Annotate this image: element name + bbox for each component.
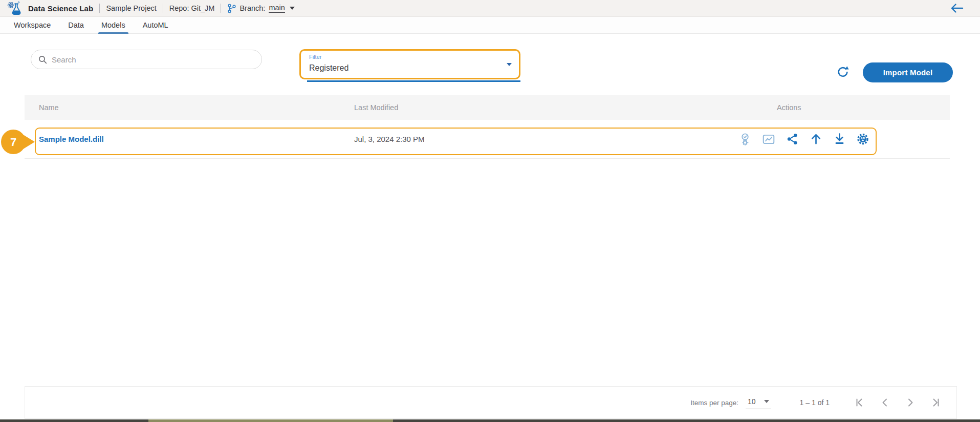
project-name: Sample Project — [106, 4, 156, 12]
table-row: Sample Model.dill Jul, 3, 2024 2:30 PM — [25, 120, 950, 159]
svg-text:API: API — [861, 137, 865, 140]
header-divider — [99, 4, 100, 13]
download-icon[interactable] — [833, 133, 846, 146]
tab-workspace[interactable]: Workspace — [14, 17, 51, 34]
deploy-api-icon[interactable]: API — [856, 133, 869, 146]
filter-focus-underline — [307, 80, 520, 82]
search-input[interactable] — [52, 55, 254, 64]
main-tab-bar: Workspace Data Models AutoML — [0, 17, 980, 34]
column-header-name: Name — [39, 95, 59, 120]
git-branch-icon — [227, 4, 236, 13]
search-box[interactable] — [31, 50, 262, 69]
table-header-row: Name Last Modified Actions — [25, 95, 950, 120]
tab-data[interactable]: Data — [68, 17, 84, 34]
items-per-page-value: 10 — [748, 397, 756, 406]
branch-prefix-label: Branch: — [239, 4, 265, 12]
import-model-button[interactable]: Import Model — [863, 62, 953, 82]
screen-bottom-edge — [0, 419, 980, 422]
search-icon — [38, 55, 47, 64]
metrics-chart-icon[interactable] — [762, 133, 775, 146]
back-arrow-icon[interactable] — [950, 3, 964, 13]
last-modified-value: Jul, 3, 2024 2:30 PM — [354, 120, 425, 158]
previous-page-icon[interactable] — [879, 396, 891, 409]
model-name-link[interactable]: Sample Model.dill — [39, 120, 104, 158]
header-divider — [163, 4, 163, 13]
chevron-down-icon — [507, 63, 512, 66]
publish-up-arrow-icon[interactable] — [809, 133, 822, 146]
app-window: Data Science Lab Sample Project Repo: Gi… — [0, 0, 980, 422]
filter-selected-value: Registered — [309, 64, 349, 73]
row-actions: API — [738, 120, 869, 158]
next-page-icon[interactable] — [904, 396, 917, 409]
column-header-actions: Actions — [777, 95, 801, 120]
tab-automl[interactable]: AutoML — [143, 17, 168, 34]
paginator-bar: Items per page: 10 1 – 1 of 1 — [25, 386, 957, 419]
repo-label: Repo: Git_JM — [169, 4, 215, 12]
screen-bottom-edge-accent — [148, 419, 393, 422]
step-number: 7 — [10, 136, 16, 149]
items-per-page-label: Items per page: — [690, 399, 738, 407]
chevron-down-icon — [290, 7, 295, 10]
refresh-icon[interactable] — [836, 65, 850, 78]
first-page-icon[interactable] — [853, 396, 865, 409]
filter-dropdown[interactable]: Filter Registered — [299, 49, 520, 79]
top-header-bar: Data Science Lab Sample Project Repo: Gi… — [0, 0, 980, 17]
flask-atom-logo-icon — [7, 1, 22, 16]
app-title: Data Science Lab — [28, 4, 93, 13]
share-icon[interactable] — [786, 133, 799, 146]
items-per-page-select[interactable]: 10 — [746, 396, 771, 409]
tab-models[interactable]: Models — [101, 17, 125, 34]
model-insights-icon[interactable] — [738, 133, 752, 146]
column-header-last-modified: Last Modified — [354, 95, 398, 120]
branch-selector[interactable]: Branch: main — [227, 4, 294, 13]
paginator-nav — [853, 396, 942, 409]
filter-field-label: Filter — [309, 54, 321, 60]
page-range-label: 1 – 1 of 1 — [800, 398, 830, 407]
last-page-icon[interactable] — [930, 396, 942, 409]
header-divider — [221, 4, 221, 13]
branch-name: main — [269, 4, 285, 13]
chevron-down-icon — [764, 400, 769, 403]
